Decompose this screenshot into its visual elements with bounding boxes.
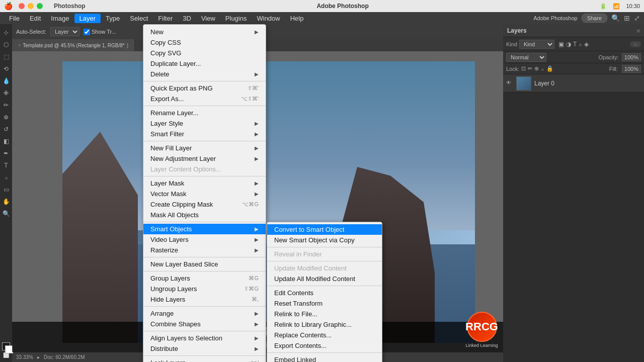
submenu-replace-contents-label: Replace Contents...: [274, 331, 332, 339]
text-tool[interactable]: T: [1, 160, 12, 171]
menu-smart-filter[interactable]: Smart Filter ▶: [143, 129, 266, 139]
menu-layer-mask[interactable]: Layer Mask ▶: [143, 178, 266, 189]
eyedropper-tool[interactable]: 💧: [1, 75, 12, 86]
heal-tool[interactable]: ✙: [1, 87, 12, 99]
status-arrow[interactable]: ▸: [37, 354, 40, 360]
auto-select-dropdown[interactable]: Layer: [50, 27, 79, 36]
history-tool[interactable]: ↺: [1, 124, 12, 135]
menu-group-layers[interactable]: Group Layers ⌘G: [143, 273, 266, 284]
menu-distribute[interactable]: Distribute ▶: [143, 343, 266, 354]
blend-mode-select[interactable]: Normal: [506, 53, 546, 62]
menu-plugins[interactable]: Plugins: [220, 14, 252, 23]
menu-smart-objects[interactable]: Smart Objects ▶ Convert to Smart Object …: [143, 224, 266, 234]
document-tab[interactable]: × Template.psd @ 45.5% (Rectangle 1, RGB…: [12, 39, 135, 51]
filter-icon-shape[interactable]: ⬦: [579, 41, 582, 48]
pen-tool[interactable]: ✒: [1, 148, 12, 159]
layer-row[interactable]: 👁 Layer 0: [503, 74, 644, 93]
submenu-embed-linked[interactable]: Embed Linked: [267, 354, 382, 362]
move-tool[interactable]: ⊹: [1, 27, 12, 38]
submenu-reset-transform[interactable]: Reset Transform: [267, 298, 382, 309]
filter-icon-pixel[interactable]: ▣: [558, 41, 564, 48]
clone-tool[interactable]: ⊕: [1, 112, 12, 123]
menu-duplicate-layer[interactable]: Duplicate Layer...: [143, 58, 266, 69]
menu-new-layer-based-slice[interactable]: New Layer Based Slice: [143, 259, 266, 269]
menu-help[interactable]: Help: [285, 14, 309, 23]
menu-arrange[interactable]: Arrange ▶: [143, 308, 266, 319]
submenu-relink-to-library[interactable]: Relink to Library Graphic...: [267, 319, 382, 330]
submenu-export-contents[interactable]: Export Contents...: [267, 340, 382, 351]
selection-tool[interactable]: ⬡: [1, 39, 12, 50]
lasso-tool[interactable]: ⬚: [1, 51, 12, 62]
menu-rename-layer[interactable]: Rename Layer...: [143, 108, 266, 118]
foreground-color[interactable]: [2, 342, 10, 350]
menu-file[interactable]: File: [4, 14, 25, 23]
filter-toggle[interactable]: ○: [630, 41, 641, 47]
zoom-tool[interactable]: 🔍: [1, 208, 12, 219]
menu-create-clipping-mask[interactable]: Create Clipping Mask ⌥⌘G: [143, 199, 266, 210]
layer-visibility[interactable]: 👁: [506, 80, 513, 87]
menu-copy-css[interactable]: Copy CSS: [143, 37, 266, 48]
gradient-tool[interactable]: ◧: [1, 136, 12, 147]
doc-size: Doc: 60.2M/60.2M: [44, 354, 85, 360]
menu-new-adjustment-layer[interactable]: New Adjustment Layer ▶: [143, 153, 266, 164]
menu-type[interactable]: Type: [101, 14, 125, 23]
menu-new[interactable]: New ▶: [143, 27, 266, 37]
filter-icon-smart[interactable]: ◈: [584, 41, 589, 48]
menu-export-as[interactable]: Export As... ⌥⇧⌘': [143, 94, 266, 104]
lock-icon-move[interactable]: ⊕: [534, 65, 539, 72]
menu-combine-shapes[interactable]: Combine Shapes ▶: [143, 319, 266, 329]
lock-icon-artboard[interactable]: ⬦: [541, 66, 544, 72]
menu-mask-all-objects[interactable]: Mask All Objects: [143, 210, 266, 220]
menu-layer-style[interactable]: Layer Style ▶: [143, 118, 266, 129]
show-tr-checkbox[interactable]: [84, 29, 90, 35]
maximize-dot[interactable]: [37, 3, 43, 9]
menu-filter[interactable]: Filter: [153, 14, 178, 23]
minimize-dot[interactable]: [28, 3, 34, 9]
menu-copy-svg[interactable]: Copy SVG: [143, 48, 266, 58]
menu-vector-mask[interactable]: Vector Mask ▶: [143, 189, 266, 199]
menu-layer[interactable]: Layer: [74, 14, 101, 23]
brush-tool[interactable]: ✏: [1, 100, 12, 111]
menu-ungroup-layers[interactable]: Ungroup Layers ⇧⌘G: [143, 284, 266, 294]
fill-value[interactable]: 100%: [622, 65, 641, 73]
panel-menu-icon[interactable]: ≡: [637, 28, 640, 34]
submenu-replace-contents[interactable]: Replace Contents...: [267, 330, 382, 340]
opacity-value[interactable]: 100%: [622, 53, 641, 61]
menu-lock-layers[interactable]: Lock Layers... ⌥/: [143, 357, 266, 362]
menu-rasterize[interactable]: Rasterize ▶: [143, 245, 266, 255]
hand-tool[interactable]: ✋: [1, 196, 12, 207]
shape-tool[interactable]: ▭: [1, 184, 12, 195]
menu-align-layers[interactable]: Align Layers to Selection ▶: [143, 333, 266, 343]
lock-icon-all[interactable]: 🔒: [546, 65, 553, 72]
menu-quick-export[interactable]: Quick Export as PNG ⇧⌘': [143, 83, 266, 94]
submenu-edit-contents[interactable]: Edit Contents: [267, 288, 382, 298]
submenu-convert-to-smart[interactable]: Convert to Smart Object: [267, 224, 382, 235]
lock-icon-transparent[interactable]: ⊡: [521, 65, 526, 72]
submenu-new-smart-via-copy[interactable]: New Smart Object via Copy: [267, 235, 382, 245]
menu-video-layers[interactable]: Video Layers ▶: [143, 234, 266, 245]
crop-tool[interactable]: ⟲: [1, 63, 12, 74]
filter-icon-text[interactable]: T: [573, 41, 577, 48]
menu-new-fill-layer[interactable]: New Fill Layer ▶: [143, 143, 266, 153]
menu-3d[interactable]: 3D: [178, 14, 196, 23]
filter-icon-adj[interactable]: ◑: [566, 41, 571, 48]
menu-delete[interactable]: Delete ▶: [143, 69, 266, 79]
menu-hide-layers[interactable]: Hide Layers ⌘,: [143, 294, 266, 305]
resize-icon[interactable]: ⤢: [634, 14, 640, 22]
filter-select[interactable]: Kind: [519, 40, 554, 49]
search-icon[interactable]: 🔍: [611, 14, 620, 22]
share-button[interactable]: Share: [582, 14, 607, 23]
menu-image[interactable]: Image: [46, 14, 74, 23]
menu-window[interactable]: Window: [252, 14, 285, 23]
lock-icon-brush[interactable]: ✏: [528, 65, 532, 72]
arrange-icon[interactable]: ⊞: [624, 14, 630, 22]
submenu-update-all-modified[interactable]: Update All Modified Content: [267, 274, 382, 284]
close-dot[interactable]: [19, 3, 25, 9]
submenu-relink-to-file[interactable]: Relink to File...: [267, 309, 382, 319]
menu-view[interactable]: View: [196, 14, 220, 23]
layers-filter-bar: Kind Kind ▣ ◑ T ⬦ ◈ ○: [503, 37, 644, 51]
path-tool[interactable]: ⬦: [1, 172, 12, 183]
tab-close[interactable]: ×: [18, 43, 21, 48]
menu-edit[interactable]: Edit: [25, 14, 46, 23]
menu-select[interactable]: Select: [125, 14, 153, 23]
